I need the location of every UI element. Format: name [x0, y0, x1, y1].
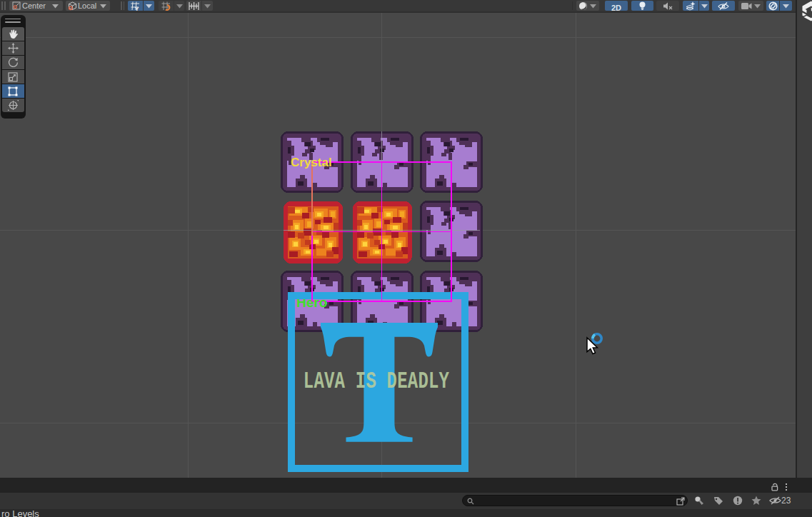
svg-text:Crystal: Crystal: [291, 156, 332, 169]
svg-text:Y: Y: [135, 6, 139, 11]
svg-text:LAVA IS DEADLY: LAVA IS DEADLY: [304, 367, 449, 395]
